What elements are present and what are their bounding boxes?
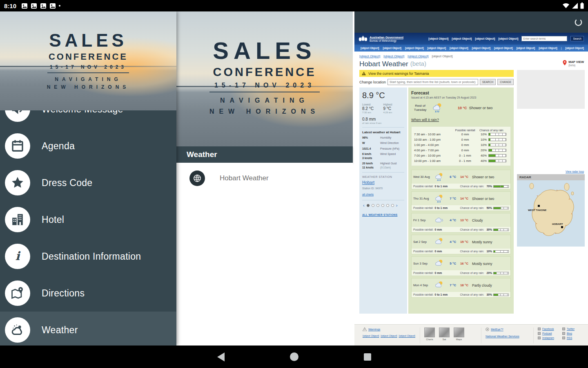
state-link[interactable]: [object Object]: [561, 47, 584, 49]
bom-logo[interactable]: Australian Government Bureau of Meteorol…: [359, 36, 403, 42]
map-view-button[interactable]: MAP VIEW (beta): [563, 60, 584, 67]
breadcrumb-link[interactable]: [object Object]: [383, 54, 404, 58]
state-link[interactable]: [object Object]: [539, 47, 557, 49]
drawer-item-hotel[interactable]: Hotel: [0, 201, 176, 238]
breadcrumb: [object Object][object Object][object Ob…: [359, 54, 585, 58]
social-link[interactable]: RSS: [562, 337, 575, 339]
side-button[interactable]: [520, 82, 581, 88]
breadcrumb-link[interactable]: [object Object]: [432, 54, 452, 58]
refresh-spinner-icon[interactable]: [574, 18, 583, 27]
map-view-sub: (beta): [568, 64, 584, 67]
recents-button[interactable]: [364, 353, 371, 361]
national-weather-services-link[interactable]: National Weather Services: [486, 335, 519, 338]
carousel-dot[interactable]: [376, 204, 379, 207]
carousel-dot[interactable]: [372, 204, 374, 207]
meteye-link[interactable]: MetEye™: [491, 328, 503, 331]
daily-forecast-card[interactable]: Sun 3 Sep 5 °C 16 °C Mostly sunny: [411, 256, 511, 276]
radar-map[interactable]: WEST TAKONE HOBART: [517, 180, 585, 247]
drawer-item-directions[interactable]: Directions: [0, 275, 176, 312]
hourly-rain-rows: 7:30 am - 10:00 am 0 mm 10% 10:00 am - 1…: [414, 132, 508, 164]
station-name-link[interactable]: Hobart: [362, 180, 374, 185]
daily-forecast-card[interactable]: Mon 4 Sep 7 °C 18 °C Partly cloudy: [411, 278, 511, 298]
side-button[interactable]: [520, 73, 581, 80]
back-button[interactable]: [217, 352, 225, 361]
state-link[interactable]: [object Object]: [428, 47, 446, 49]
warning-banner[interactable]: View the current warnings for Tasmania: [359, 70, 514, 77]
state-link[interactable]: [object Object]: [472, 47, 491, 49]
state-link[interactable]: [object Object]: [383, 47, 402, 49]
carousel-next-icon[interactable]: ›: [396, 203, 398, 208]
state-link[interactable]: [object Object]: [517, 47, 535, 49]
social-link[interactable]: Twitter: [562, 328, 575, 330]
daily-forecast-card[interactable]: Fri 1 Sep 4 °C 13 °C Cloudy: [411, 213, 511, 233]
page-title: Hobart Weather: [359, 60, 408, 68]
latest-weather-stats: 96% Humidity W Wind Direction 1021.4: [362, 136, 404, 169]
footer-warnings-link[interactable]: Warnings: [368, 328, 380, 331]
radar-marker-west-takone: [538, 205, 540, 207]
current-conditions-panel: 8.9 °C Lowest 8.2 °C 7:30 am H: [359, 88, 407, 314]
social-link[interactable]: Podcast: [538, 332, 554, 335]
bom-search-button[interactable]: Search: [570, 36, 584, 41]
drawer-item-agenda[interactable]: Agenda: [0, 128, 176, 164]
breadcrumb-link[interactable]: [object Object]: [359, 54, 380, 58]
social-link[interactable]: Instagram: [538, 337, 554, 339]
footer-link[interactable]: [object Object]: [381, 334, 397, 337]
drawer-item-destination-information[interactable]: i Destination Information: [0, 238, 176, 275]
lowest-time: 7:30 am: [362, 111, 383, 114]
state-link[interactable]: [object Object]: [450, 47, 468, 49]
carousel-dot[interactable]: [386, 204, 389, 207]
conference-banner-main: SALES CONFERENCE 15-17 NOV 2023 NAVIGATI…: [176, 11, 353, 146]
weather-stat-row: W Wind Direction: [362, 141, 404, 145]
side-button[interactable]: [520, 90, 581, 97]
daily-weather-icon: [434, 258, 445, 269]
footer-thumbnail[interactable]: Sat: [439, 328, 450, 343]
footer-link[interactable]: [object Object]: [363, 334, 379, 337]
social-icon: [562, 337, 565, 339]
footer-thumbnail[interactable]: Charts: [424, 328, 435, 343]
carousel-dot[interactable]: [391, 204, 394, 207]
hobart-weather-list-item[interactable]: Hobart Weather: [176, 163, 353, 194]
home-button[interactable]: [290, 352, 298, 361]
highest-time: 4:29 am: [383, 111, 405, 114]
state-link[interactable]: [object Object]: [361, 47, 379, 49]
bom-top-link[interactable]: [object Object]: [498, 37, 518, 40]
location-search-input[interactable]: [388, 79, 478, 85]
location-search-button[interactable]: SEARCH: [480, 79, 496, 85]
radar-loop-link[interactable]: View radar loop: [517, 170, 584, 173]
daily-forecast-card[interactable]: Thu 31 Aug 7 °C 14 °C Shower or two: [411, 191, 511, 211]
battery-icon: [580, 2, 584, 9]
bom-top-link[interactable]: [object Object]: [428, 37, 448, 40]
gov-title: Australian Government: [370, 36, 403, 39]
footer-quick-links: [object Object][object Object][object Ob…: [363, 334, 416, 337]
bom-top-link[interactable]: [object Object]: [475, 37, 495, 40]
today-forecast: Rest ofTuesday 10 °C Shower or two: [411, 102, 511, 114]
social-icon: [538, 328, 541, 330]
col-possible-rainfall: Possible rainfall: [451, 129, 479, 132]
state-link[interactable]: [object Object]: [405, 47, 424, 49]
breadcrumb-link[interactable]: [object Object]: [408, 54, 428, 58]
daily-forecast-card[interactable]: Sat 2 Sep 4 °C 15 °C Mostly sunny: [411, 235, 511, 254]
side-button[interactable]: [520, 99, 581, 105]
radar-marker-hobart: [561, 226, 563, 228]
bom-top-link[interactable]: [object Object]: [452, 37, 472, 40]
location-change-button[interactable]: CHANGE: [497, 79, 514, 85]
drawer-item-dress-code[interactable]: Dress Code: [0, 164, 176, 201]
when-will-it-rain-link[interactable]: When will it rain?: [411, 118, 439, 122]
footer-link[interactable]: [object Object]: [399, 334, 415, 337]
all-weather-stations-link[interactable]: ALL WEATHER STATIONS: [362, 213, 397, 216]
drawer-item-weather[interactable]: Weather: [0, 312, 176, 346]
all-charts-link[interactable]: all charts: [362, 193, 374, 196]
carousel-dot[interactable]: [367, 204, 370, 207]
daily-forecast-card[interactable]: Wed 30 Aug 6 °C 14 °C Shower or two: [411, 170, 511, 189]
social-link[interactable]: Facebook: [538, 328, 554, 330]
warning-text: View the current warnings for Tasmania: [368, 72, 429, 76]
carousel-dot[interactable]: [381, 204, 384, 207]
state-link[interactable]: [object Object]: [494, 47, 513, 49]
banner-dates: 15-17 NOV 2023: [0, 64, 176, 70]
map-view-label: MAP VIEW: [568, 60, 584, 64]
social-link[interactable]: Blog: [562, 332, 575, 335]
carousel-prev-icon[interactable]: ‹: [363, 203, 365, 208]
bom-search-input[interactable]: [521, 36, 567, 41]
notification-icons: [21, 3, 60, 9]
footer-thumbnail[interactable]: Maps: [454, 328, 464, 343]
